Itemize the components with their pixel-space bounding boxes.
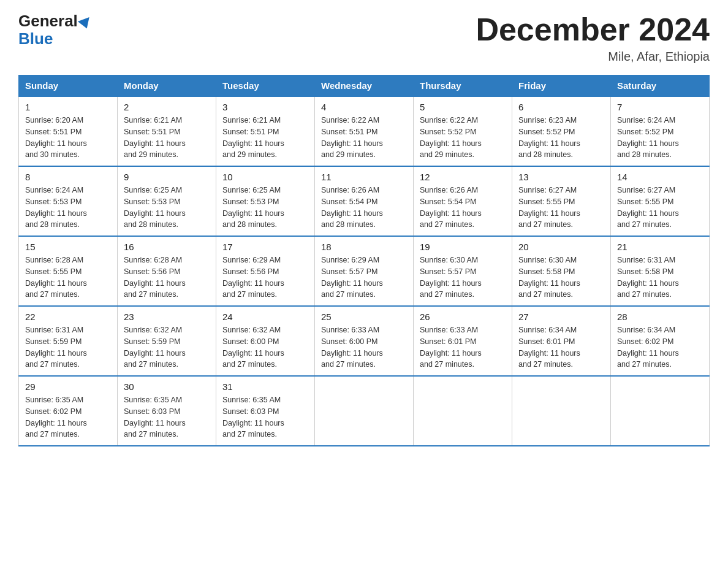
calendar-cell: 23 Sunrise: 6:32 AMSunset: 5:59 PMDaylig… (118, 306, 216, 376)
calendar-table: SundayMondayTuesdayWednesdayThursdayFrid… (18, 75, 710, 446)
header-day-friday: Friday (512, 75, 611, 97)
header-day-monday: Monday (118, 75, 216, 97)
calendar-cell: 12 Sunrise: 6:26 AMSunset: 5:54 PMDaylig… (414, 166, 512, 236)
logo-blue-text: Blue (18, 29, 53, 48)
day-number: 18 (321, 242, 407, 252)
day-number: 12 (420, 172, 506, 182)
calendar-cell (512, 376, 611, 446)
header-day-saturday: Saturday (611, 75, 710, 97)
day-number: 3 (222, 102, 308, 112)
day-info: Sunrise: 6:27 AMSunset: 5:55 PMDaylight:… (518, 186, 580, 229)
day-number: 7 (617, 102, 703, 112)
day-info: Sunrise: 6:27 AMSunset: 5:55 PMDaylight:… (617, 186, 679, 229)
calendar-cell: 3 Sunrise: 6:21 AMSunset: 5:51 PMDayligh… (216, 96, 315, 166)
logo-triangle-icon (78, 17, 93, 31)
day-info: Sunrise: 6:30 AMSunset: 5:57 PMDaylight:… (420, 256, 482, 299)
day-number: 26 (420, 312, 506, 322)
calendar-cell: 27 Sunrise: 6:34 AMSunset: 6:01 PMDaylig… (512, 306, 611, 376)
day-number: 11 (321, 172, 407, 182)
day-number: 20 (518, 242, 604, 252)
calendar-cell: 21 Sunrise: 6:31 AMSunset: 5:58 PMDaylig… (611, 236, 710, 306)
logo-general-text: General (18, 12, 78, 30)
calendar-cell: 4 Sunrise: 6:22 AMSunset: 5:51 PMDayligh… (315, 96, 414, 166)
calendar-cell (414, 376, 512, 446)
day-number: 23 (124, 312, 210, 322)
day-info: Sunrise: 6:21 AMSunset: 5:51 PMDaylight:… (222, 116, 284, 159)
header-day-tuesday: Tuesday (216, 75, 315, 97)
calendar-cell: 26 Sunrise: 6:33 AMSunset: 6:01 PMDaylig… (414, 306, 512, 376)
day-info: Sunrise: 6:28 AMSunset: 5:55 PMDaylight:… (25, 256, 87, 299)
calendar-body: 1 Sunrise: 6:20 AMSunset: 5:51 PMDayligh… (19, 96, 710, 446)
day-info: Sunrise: 6:22 AMSunset: 5:52 PMDaylight:… (420, 116, 482, 159)
calendar-cell: 18 Sunrise: 6:29 AMSunset: 5:57 PMDaylig… (315, 236, 414, 306)
header-row: SundayMondayTuesdayWednesdayThursdayFrid… (19, 75, 710, 97)
day-info: Sunrise: 6:25 AMSunset: 5:53 PMDaylight:… (222, 186, 284, 229)
calendar-cell: 24 Sunrise: 6:32 AMSunset: 6:00 PMDaylig… (216, 306, 315, 376)
header-day-wednesday: Wednesday (315, 75, 414, 97)
calendar-cell: 10 Sunrise: 6:25 AMSunset: 5:53 PMDaylig… (216, 166, 315, 236)
calendar-cell: 2 Sunrise: 6:21 AMSunset: 5:51 PMDayligh… (118, 96, 216, 166)
day-info: Sunrise: 6:35 AMSunset: 6:03 PMDaylight:… (222, 396, 284, 439)
calendar-cell (611, 376, 710, 446)
day-number: 29 (25, 381, 111, 392)
day-info: Sunrise: 6:20 AMSunset: 5:51 PMDaylight:… (25, 116, 87, 159)
day-info: Sunrise: 6:26 AMSunset: 5:54 PMDaylight:… (321, 186, 383, 229)
day-info: Sunrise: 6:33 AMSunset: 6:00 PMDaylight:… (321, 326, 383, 369)
calendar-cell: 15 Sunrise: 6:28 AMSunset: 5:55 PMDaylig… (19, 236, 118, 306)
day-number: 16 (124, 242, 210, 252)
day-number: 17 (222, 242, 308, 252)
day-number: 10 (222, 172, 308, 182)
day-number: 22 (25, 312, 111, 322)
day-info: Sunrise: 6:32 AMSunset: 5:59 PMDaylight:… (124, 326, 186, 369)
calendar-cell: 16 Sunrise: 6:28 AMSunset: 5:56 PMDaylig… (118, 236, 216, 306)
header-day-thursday: Thursday (414, 75, 512, 97)
day-number: 15 (25, 242, 111, 252)
day-number: 24 (222, 312, 308, 322)
calendar-cell: 7 Sunrise: 6:24 AMSunset: 5:52 PMDayligh… (611, 96, 710, 166)
day-number: 2 (124, 102, 210, 112)
calendar-cell: 6 Sunrise: 6:23 AMSunset: 5:52 PMDayligh… (512, 96, 611, 166)
calendar-cell: 11 Sunrise: 6:26 AMSunset: 5:54 PMDaylig… (315, 166, 414, 236)
calendar-cell: 13 Sunrise: 6:27 AMSunset: 5:55 PMDaylig… (512, 166, 611, 236)
day-number: 5 (420, 102, 506, 112)
logo: General Blue (18, 12, 91, 47)
day-number: 14 (617, 172, 703, 182)
calendar-cell: 8 Sunrise: 6:24 AMSunset: 5:53 PMDayligh… (19, 166, 118, 236)
day-number: 1 (25, 102, 111, 112)
week-row-4: 22 Sunrise: 6:31 AMSunset: 5:59 PMDaylig… (19, 306, 710, 376)
calendar-cell: 5 Sunrise: 6:22 AMSunset: 5:52 PMDayligh… (414, 96, 512, 166)
day-number: 25 (321, 312, 407, 322)
day-number: 8 (25, 172, 111, 182)
day-number: 21 (617, 242, 703, 252)
calendar-cell (315, 376, 414, 446)
day-info: Sunrise: 6:24 AMSunset: 5:52 PMDaylight:… (617, 116, 679, 159)
week-row-2: 8 Sunrise: 6:24 AMSunset: 5:53 PMDayligh… (19, 166, 710, 236)
page-header: General Blue December 2024 Mile, Afar, E… (18, 12, 710, 64)
day-number: 27 (518, 312, 604, 322)
calendar-cell: 31 Sunrise: 6:35 AMSunset: 6:03 PMDaylig… (216, 376, 315, 446)
day-info: Sunrise: 6:29 AMSunset: 5:57 PMDaylight:… (321, 256, 383, 299)
location-title: Mile, Afar, Ethiopia (476, 50, 710, 64)
day-info: Sunrise: 6:22 AMSunset: 5:51 PMDaylight:… (321, 116, 383, 159)
calendar-cell: 14 Sunrise: 6:27 AMSunset: 5:55 PMDaylig… (611, 166, 710, 236)
day-info: Sunrise: 6:28 AMSunset: 5:56 PMDaylight:… (124, 256, 186, 299)
day-info: Sunrise: 6:24 AMSunset: 5:53 PMDaylight:… (25, 186, 87, 229)
logo-top-line: General (18, 12, 91, 30)
day-info: Sunrise: 6:31 AMSunset: 5:58 PMDaylight:… (617, 256, 679, 299)
calendar-cell: 30 Sunrise: 6:35 AMSunset: 6:03 PMDaylig… (118, 376, 216, 446)
day-number: 31 (222, 381, 308, 392)
calendar-cell: 9 Sunrise: 6:25 AMSunset: 5:53 PMDayligh… (118, 166, 216, 236)
calendar-header: SundayMondayTuesdayWednesdayThursdayFrid… (19, 75, 710, 97)
calendar-cell: 25 Sunrise: 6:33 AMSunset: 6:00 PMDaylig… (315, 306, 414, 376)
day-info: Sunrise: 6:31 AMSunset: 5:59 PMDaylight:… (25, 326, 87, 369)
calendar-cell: 17 Sunrise: 6:29 AMSunset: 5:56 PMDaylig… (216, 236, 315, 306)
day-info: Sunrise: 6:35 AMSunset: 6:02 PMDaylight:… (25, 396, 87, 439)
day-info: Sunrise: 6:35 AMSunset: 6:03 PMDaylight:… (124, 396, 186, 439)
week-row-3: 15 Sunrise: 6:28 AMSunset: 5:55 PMDaylig… (19, 236, 710, 306)
calendar-cell: 28 Sunrise: 6:34 AMSunset: 6:02 PMDaylig… (611, 306, 710, 376)
header-day-sunday: Sunday (19, 75, 118, 97)
day-number: 30 (124, 381, 210, 392)
calendar-cell: 1 Sunrise: 6:20 AMSunset: 5:51 PMDayligh… (19, 96, 118, 166)
day-number: 4 (321, 102, 407, 112)
title-block: December 2024 Mile, Afar, Ethiopia (476, 12, 710, 64)
